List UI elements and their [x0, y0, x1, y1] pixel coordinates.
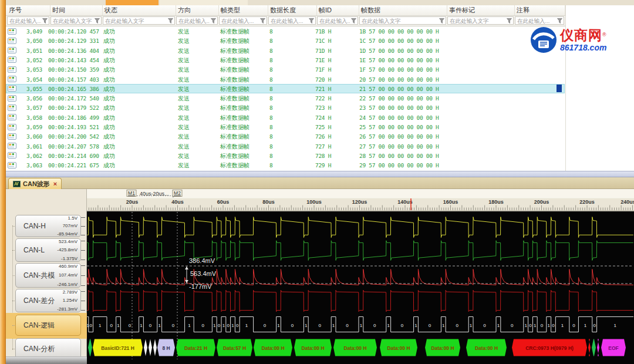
tab-close-icon[interactable]: ×: [53, 180, 57, 187]
filter-len[interactable]: 在此处输入...: [268, 16, 316, 25]
column-header-seq[interactable]: 序号: [7, 5, 50, 15]
table-row[interactable]: 3,05000:00:24.129 331成功发送标准数据帧871C H1C 5…: [6, 36, 565, 45]
svg-text:EOF: EOF: [608, 345, 618, 351]
frame-type-icon: [8, 105, 16, 111]
horizontal-scrollbar[interactable]: [6, 356, 87, 364]
column-header-event[interactable]: 事件标记: [447, 5, 515, 15]
table-row[interactable]: 3,06200:00:24.214 690成功发送标准数据帧8728 H28 5…: [6, 151, 565, 160]
filter-funnel-icon[interactable]: [506, 18, 512, 24]
svg-text:563.4mV: 563.4mV: [190, 270, 217, 277]
filter-funnel-icon[interactable]: [259, 18, 266, 24]
cell-dir: 发送: [178, 113, 207, 122]
table-row[interactable]: 3,06000:00:24.200 542成功发送标准数据帧8726 H26 5…: [6, 132, 565, 141]
cell-dir: 发送: [178, 142, 207, 151]
cell-dir: 发送: [178, 56, 207, 65]
filter-funnel-icon[interactable]: [94, 18, 100, 24]
cell-status: 成功: [103, 56, 139, 65]
filter-funnel-icon[interactable]: [167, 18, 174, 24]
filter-placeholder: 在此处输入文字: [360, 17, 438, 25]
svg-text:1: 1: [188, 323, 191, 328]
filter-status[interactable]: 在此处输入文字: [103, 16, 175, 25]
filter-id[interactable]: 在此处输入...: [317, 16, 358, 25]
watermark: 仪商网® 861718.com: [530, 22, 630, 58]
svg-text:1: 1: [614, 323, 617, 328]
table-row[interactable]: 3,04900:00:24.120 457成功发送标准数据帧871B H1B 5…: [6, 26, 565, 36]
table-row[interactable]: 3,05800:00:24.186 499成功发送标准数据帧8724 H24 5…: [6, 113, 565, 122]
cell-id: 71E H: [315, 56, 345, 65]
filter-placeholder: 在此处输入...: [8, 17, 41, 25]
panel-splitter[interactable]: [6, 171, 634, 177]
svg-text:1: 1: [360, 323, 363, 328]
table-row[interactable]: 3,05600:00:24.172 540成功发送标准数据帧8722 H22 5…: [6, 93, 565, 103]
cell-dir: 发送: [178, 103, 207, 112]
table-row[interactable]: 3,05100:00:24.136 404成功发送标准数据帧871D H1D 5…: [6, 46, 565, 55]
svg-text:120us: 120us: [352, 199, 367, 205]
svg-text:220us: 220us: [579, 199, 595, 205]
frame-type-icon: [8, 76, 16, 82]
table-row[interactable]: 3,05500:00:24.165 386成功发送标准数据帧8721 H21 5…: [6, 84, 565, 93]
column-header-status[interactable]: 状态: [103, 5, 176, 15]
svg-text:1: 1: [332, 323, 335, 328]
tab-can-waveform[interactable]: CAN波形 ×: [8, 178, 62, 189]
cell-len: 8: [269, 94, 281, 103]
column-header-note[interactable]: 注释: [515, 5, 565, 15]
filter-funnel-icon[interactable]: [308, 18, 315, 24]
cell-id: 723 H: [315, 103, 345, 112]
selection-end-marker: [557, 85, 562, 92]
column-header-dir[interactable]: 方向: [176, 5, 219, 15]
collapsed-side-panel[interactable]: [0, 0, 6, 364]
table-row[interactable]: 3,05700:00:24.179 522成功发送标准数据帧8723 H23 5…: [6, 103, 565, 112]
svg-text:0: 0: [456, 323, 458, 328]
column-header-time[interactable]: 时间: [50, 5, 103, 15]
filter-data[interactable]: 在此处输入文字: [359, 16, 446, 25]
cell-len: 8: [269, 56, 281, 65]
cell-len: 8: [269, 113, 281, 122]
column-header-data[interactable]: 帧数据: [359, 5, 447, 15]
cell-data: 20 57 00 00 00 00 00 00 H: [359, 75, 445, 84]
filter-funnel-icon[interactable]: [42, 18, 48, 24]
cell-data: 1D 57 00 00 00 00 00 00 H: [359, 46, 445, 55]
svg-text:1: 1: [99, 323, 102, 328]
svg-text:80us: 80us: [262, 199, 275, 205]
column-header-len[interactable]: 数据长度: [268, 5, 317, 15]
svg-text:1: 1: [470, 323, 473, 328]
svg-text:Data:00 H: Data:00 H: [301, 345, 324, 351]
cell-type: 标准数据帧: [220, 161, 261, 170]
filter-seq[interactable]: 在此处输入...: [7, 16, 49, 25]
cell-len: 8: [269, 123, 281, 132]
column-header-type[interactable]: 帧类型: [219, 5, 268, 15]
filter-event[interactable]: 在此处输入文字: [447, 16, 514, 25]
filter-funnel-icon[interactable]: [439, 18, 445, 24]
cell-time: 00:00:24.214 690: [48, 151, 102, 160]
table-row[interactable]: 3,05300:00:24.150 359成功发送标准数据帧871F H1F 5…: [6, 65, 565, 74]
channel-label: CAN-分析: [16, 344, 55, 354]
cell-seq: 3,053: [20, 65, 42, 74]
toolbar-item[interactable]: [160, 0, 248, 5]
filter-time[interactable]: 在此处输入文字: [50, 16, 102, 25]
filter-funnel-icon[interactable]: [210, 18, 217, 24]
table-row[interactable]: 3,05200:00:24.143 454成功发送标准数据帧871E H1E 5…: [6, 55, 565, 65]
scale-tick: [81, 235, 85, 235]
cell-id: 720 H: [315, 75, 345, 84]
cell-type: 标准数据帧: [220, 75, 261, 84]
cell-dir: 发送: [178, 123, 207, 132]
cell-len: 8: [269, 161, 281, 170]
column-header-id[interactable]: 帧ID: [317, 5, 359, 15]
table-row[interactable]: 3,05900:00:24.193 521成功发送标准数据帧8725 H25 5…: [6, 122, 565, 132]
filter-placeholder: 在此处输入...: [220, 17, 259, 25]
watermark-logo-icon: [530, 26, 557, 53]
toolbar-active-item[interactable]: [106, 0, 158, 5]
table-row[interactable]: 3,05400:00:24.157 403成功发送标准数据帧8720 H20 5…: [6, 75, 565, 84]
table-row[interactable]: 3,06100:00:24.207 578成功发送标准数据帧8727 H27 5…: [6, 141, 565, 151]
filter-placeholder: 在此处输入...: [177, 17, 210, 25]
svg-text:1: 1: [414, 323, 417, 328]
scale-tick: [81, 265, 85, 266]
cell-seq: 3,051: [20, 46, 42, 55]
watermark-reg: ®: [602, 31, 606, 37]
filter-type[interactable]: 在此处输入...: [219, 16, 267, 25]
svg-text:200us: 200us: [534, 199, 549, 205]
filter-funnel-icon[interactable]: [350, 18, 357, 24]
filter-dir[interactable]: 在此处输入...: [176, 16, 218, 25]
table-row[interactable]: 3,06300:00:24.221 675成功发送标准数据帧8729 H29 5…: [6, 160, 565, 170]
channel-can-logic[interactable]: CAN-逻辑: [15, 315, 81, 336]
